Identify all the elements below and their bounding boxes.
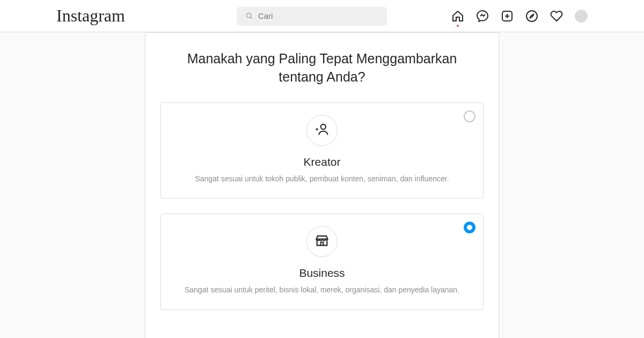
option-business-desc: Sangat sesuai untuk peritel, bisnis loka… [174,285,470,296]
explore-icon[interactable] [525,10,538,23]
svg-point-0 [246,13,251,17]
svg-line-1 [251,17,252,19]
logo-wrap: Instagram [11,6,172,26]
top-bar: Instagram [0,0,644,32]
account-type-card: Manakah yang Paling Tepat Menggambarkan … [145,32,499,338]
option-business-title: Business [174,267,470,280]
main-content: Manakah yang Paling Tepat Menggambarkan … [0,32,644,338]
search-box[interactable] [237,6,387,26]
person-star-icon [314,122,330,139]
search-input[interactable] [258,11,378,20]
option-kreator-desc: Sangat sesuai untuk tokoh publik, pembua… [174,174,470,185]
search-icon [245,12,253,20]
page-title: Manakah yang Paling Tepat Menggambarkan … [160,50,484,86]
new-post-icon[interactable] [501,10,514,23]
search-wrap [237,6,387,26]
notification-dot [457,25,459,27]
option-kreator-title: Kreator [174,156,470,168]
option-kreator[interactable]: Kreator Sangat sesuai untuk tokoh publik… [160,102,484,199]
kreator-icon-wrap [306,115,338,146]
home-icon[interactable] [451,10,464,23]
heart-icon[interactable] [550,10,563,23]
svg-point-5 [526,11,537,21]
storefront-icon [314,233,330,250]
messenger-icon[interactable] [476,10,489,23]
option-business[interactable]: Business Sangat sesuai untuk peritel, bi… [160,214,484,310]
business-icon-wrap [306,226,338,257]
svg-point-7 [321,124,326,129]
profile-avatar[interactable] [575,10,588,23]
svg-marker-6 [530,14,534,18]
nav-icons [451,10,633,23]
radio-business[interactable] [464,222,475,233]
radio-kreator[interactable] [464,111,475,122]
instagram-logo[interactable]: Instagram [56,6,172,26]
